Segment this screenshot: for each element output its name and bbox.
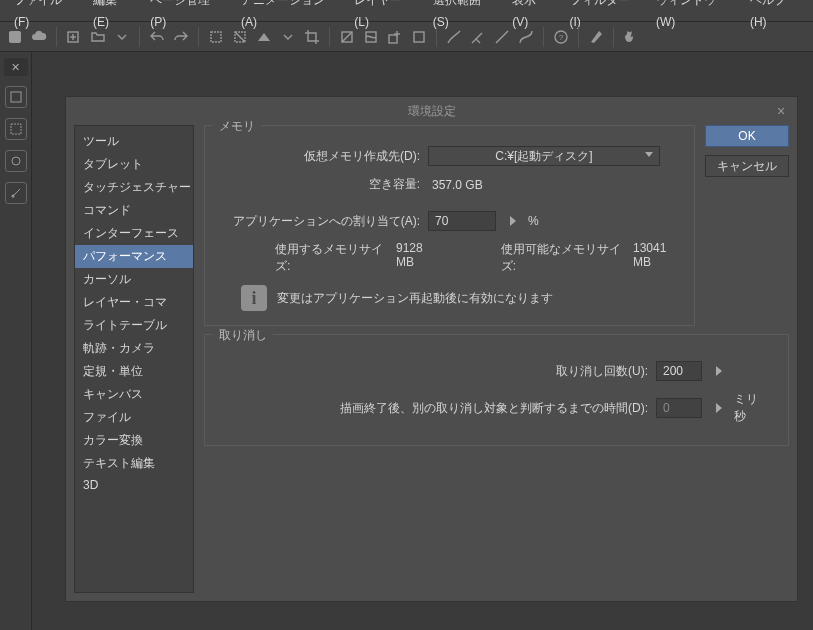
pentool-icon[interactable] xyxy=(585,26,607,48)
avail-size-value: 13041 MB xyxy=(633,241,684,275)
undo-count-input[interactable]: 200 xyxy=(656,361,702,381)
svg-line-14 xyxy=(496,31,508,43)
free-space-label: 空き容量: xyxy=(215,176,420,193)
svg-rect-0 xyxy=(9,31,21,43)
add-icon[interactable] xyxy=(384,26,406,48)
vm-dest-select[interactable]: C:¥[起動ディスク] xyxy=(428,146,660,166)
category-item[interactable]: タブレット xyxy=(75,153,193,176)
redo-icon[interactable] xyxy=(170,26,192,48)
category-item[interactable]: インターフェース xyxy=(75,222,193,245)
flame-icon[interactable] xyxy=(620,26,642,48)
svg-point-20 xyxy=(11,195,14,198)
category-item[interactable]: 軌跡・カメラ xyxy=(75,337,193,360)
cloud-icon[interactable] xyxy=(28,26,50,48)
vm-dest-value: C:¥[起動ディスク] xyxy=(495,148,592,165)
info-icon: i xyxy=(241,285,267,311)
chevron-down-icon xyxy=(645,152,653,157)
avail-size-label: 使用可能なメモリサイズ: xyxy=(501,241,627,275)
memory-legend: メモリ xyxy=(213,118,261,135)
menubar: ファイル(F) 編集(E) ページ管理(P) アニメーション(A) レイヤー(L… xyxy=(0,0,813,22)
cancel-button[interactable]: キャンセル xyxy=(705,155,789,177)
category-item[interactable]: カラー変換 xyxy=(75,429,193,452)
curve-icon[interactable] xyxy=(515,26,537,48)
new-icon[interactable] xyxy=(63,26,85,48)
tool-palette-rail: ✕ xyxy=(0,52,32,630)
chevron-right-icon[interactable] xyxy=(716,366,722,376)
category-item[interactable]: ライトテーブル xyxy=(75,314,193,337)
category-item[interactable]: 3D xyxy=(75,475,193,495)
undo-group: 取り消し 取り消し回数(U): 200 描画終了後、別の取り消し対象と判断するま… xyxy=(204,334,789,446)
undo-icon[interactable] xyxy=(146,26,168,48)
app-alloc-label: アプリケーションへの割り当て(A): xyxy=(215,213,420,230)
dropdown2-icon[interactable] xyxy=(277,26,299,48)
svg-rect-13 xyxy=(414,32,424,42)
vm-dest-label: 仮想メモリ作成先(D): xyxy=(215,148,420,165)
rail-tool-3[interactable] xyxy=(5,150,27,172)
undo-time-input[interactable]: 0 xyxy=(656,398,702,418)
fill-icon[interactable] xyxy=(253,26,275,48)
use-size-label: 使用するメモリサイズ: xyxy=(275,241,390,275)
category-item[interactable]: レイヤー・コマ xyxy=(75,291,193,314)
category-item[interactable]: ツール xyxy=(75,130,193,153)
free-space-value: 357.0 GB xyxy=(428,178,660,192)
rail-tool-4[interactable] xyxy=(5,182,27,204)
undo-count-label: 取り消し回数(U): xyxy=(556,363,648,380)
transform2-icon[interactable] xyxy=(360,26,382,48)
dialog-title-text: 環境設定 xyxy=(408,103,456,120)
svg-line-8 xyxy=(342,32,352,42)
pen1-icon[interactable] xyxy=(443,26,465,48)
ok-button[interactable]: OK xyxy=(705,125,789,147)
memory-info-text: 変更はアプリケーション再起動後に有効になります xyxy=(277,290,553,307)
category-list: ツールタブレットタッチジェスチャーコマンドインターフェースパフォーマンスカーソル… xyxy=(74,125,194,593)
category-item[interactable]: カーソル xyxy=(75,268,193,291)
deselect-icon[interactable] xyxy=(229,26,251,48)
chevron-right-icon[interactable] xyxy=(716,403,722,413)
menu-help[interactable]: ヘルプ(H) xyxy=(740,0,809,33)
dialog-titlebar: 環境設定 × xyxy=(66,97,797,125)
category-item[interactable]: コマンド xyxy=(75,199,193,222)
rail-close-icon[interactable]: ✕ xyxy=(4,58,28,76)
category-item[interactable]: タッチジェスチャー xyxy=(75,176,193,199)
rail-tool-2[interactable] xyxy=(5,118,27,140)
undo-time-suffix: ミリ秒 xyxy=(734,391,768,425)
svg-rect-18 xyxy=(11,124,21,134)
svg-line-6 xyxy=(235,32,245,42)
svg-rect-10 xyxy=(389,35,397,43)
svg-rect-17 xyxy=(11,92,21,102)
svg-text:?: ? xyxy=(559,33,564,42)
svg-point-19 xyxy=(12,157,20,165)
layer-icon[interactable] xyxy=(408,26,430,48)
open-icon[interactable] xyxy=(87,26,109,48)
transform1-icon[interactable] xyxy=(336,26,358,48)
svg-rect-4 xyxy=(211,32,221,42)
memory-group: メモリ 仮想メモリ作成先(D): C:¥[起動ディスク] 空き容量: 357.0… xyxy=(204,125,695,326)
category-item[interactable]: テキスト編集 xyxy=(75,452,193,475)
category-item[interactable]: パフォーマンス xyxy=(75,245,193,268)
pen2-icon[interactable] xyxy=(467,26,489,48)
rail-tool-1[interactable] xyxy=(5,86,27,108)
dialog-close-button[interactable]: × xyxy=(773,103,789,119)
category-item[interactable]: ファイル xyxy=(75,406,193,429)
undo-legend: 取り消し xyxy=(213,327,273,344)
category-item[interactable]: 定規・単位 xyxy=(75,360,193,383)
preferences-dialog: 環境設定 × ツールタブレットタッチジェスチャーコマンドインターフェースパフォー… xyxy=(65,96,798,602)
line-icon[interactable] xyxy=(491,26,513,48)
dropdown-icon[interactable] xyxy=(111,26,133,48)
undo-time-label: 描画終了後、別の取り消し対象と判断するまでの時間(D): xyxy=(340,400,648,417)
help-icon[interactable]: ? xyxy=(550,26,572,48)
use-size-value: 9128 MB xyxy=(396,241,441,275)
app-alloc-suffix: % xyxy=(528,214,539,228)
app-alloc-input[interactable]: 70 xyxy=(428,211,496,231)
chevron-right-icon[interactable] xyxy=(510,216,516,226)
crop-icon[interactable] xyxy=(301,26,323,48)
tool-icon-1[interactable] xyxy=(4,26,26,48)
menu-window[interactable]: ウィンドウ(W) xyxy=(646,0,740,33)
select-icon[interactable] xyxy=(205,26,227,48)
category-item[interactable]: キャンバス xyxy=(75,383,193,406)
